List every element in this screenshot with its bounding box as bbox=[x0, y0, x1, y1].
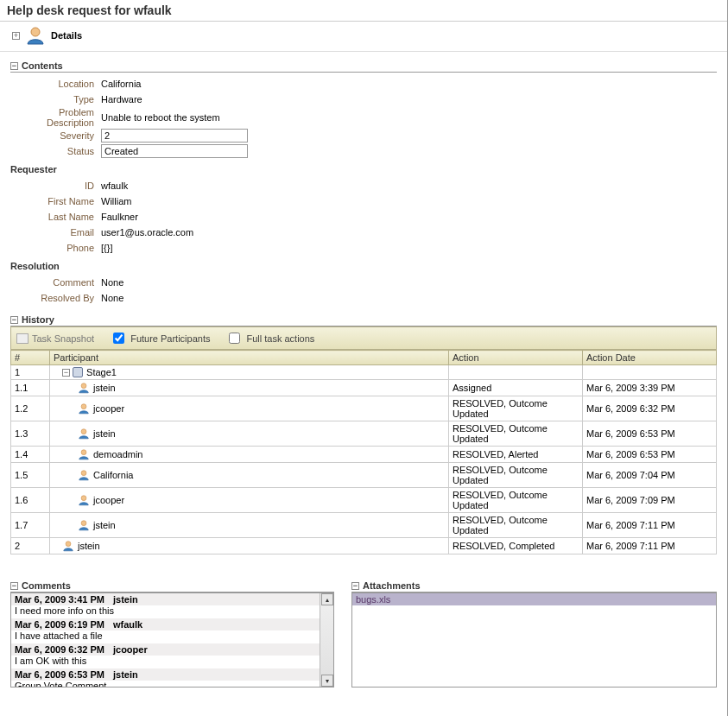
list-item[interactable]: Mar 6, 2009 6:19 PMwfaulkI have attached… bbox=[11, 618, 320, 643]
phone-value: [{}] bbox=[101, 243, 112, 253]
row-num: 1.7 bbox=[11, 513, 50, 538]
row-num: 1.2 bbox=[11, 396, 50, 421]
table-row[interactable]: 1.1jsteinAssignedMar 6, 2009 3:39 PM bbox=[11, 380, 717, 396]
participant-name: jstein bbox=[93, 383, 116, 393]
row-participant: jstein bbox=[50, 421, 449, 447]
list-item[interactable]: Mar 6, 2009 3:41 PMjsteinI need more inf… bbox=[11, 593, 320, 618]
comments-box: Mar 6, 2009 3:41 PMjsteinI need more inf… bbox=[10, 592, 334, 687]
resolvedby-label: Resolved By bbox=[10, 293, 101, 303]
severity-input[interactable] bbox=[101, 129, 248, 143]
row-date: Mar 6, 2009 7:11 PM bbox=[583, 538, 717, 554]
task-snapshot-button[interactable]: Task Snapshot bbox=[16, 333, 94, 344]
row-action bbox=[449, 365, 583, 380]
row-date: Mar 6, 2009 6:53 PM bbox=[583, 421, 717, 447]
user-icon bbox=[62, 540, 74, 552]
list-item[interactable]: Mar 6, 2009 6:53 PMjsteinGroup Vote Comm… bbox=[11, 668, 320, 687]
status-input[interactable] bbox=[101, 144, 248, 158]
row-num: 1.5 bbox=[11, 463, 50, 488]
type-value: Hardware bbox=[101, 94, 142, 105]
col-participant: Participant bbox=[50, 351, 449, 365]
collapse-icon[interactable]: − bbox=[10, 62, 18, 70]
row-action: Assigned bbox=[449, 380, 583, 396]
contents-header: − Contents bbox=[10, 60, 717, 73]
table-row[interactable]: 1.2jcooperRESOLVED, Outcome UpdatedMar 6… bbox=[11, 396, 717, 421]
comment-user: jstein bbox=[113, 594, 138, 605]
future-participants-label: Future Participants bbox=[130, 333, 210, 344]
id-value: wfaulk bbox=[101, 181, 128, 191]
collapse-icon[interactable]: − bbox=[10, 582, 18, 590]
col-action: Action bbox=[449, 351, 583, 365]
participant-name: demoadmin bbox=[93, 449, 142, 459]
row-participant: jstein bbox=[50, 380, 449, 396]
comment-text: I need more info on this bbox=[11, 605, 320, 618]
comment-text: I have attached a file bbox=[11, 630, 320, 643]
participant-name: jstein bbox=[93, 428, 116, 439]
svg-point-7 bbox=[81, 521, 86, 526]
table-row[interactable]: 2jsteinRESOLVED, CompletedMar 6, 2009 7:… bbox=[11, 538, 717, 554]
row-action: RESOLVED, Alerted bbox=[449, 447, 583, 463]
details-label: Details bbox=[51, 30, 82, 41]
comment-user: jcooper bbox=[113, 644, 148, 655]
comment-date: Mar 6, 2009 6:53 PM bbox=[15, 669, 104, 680]
scroll-down-icon[interactable]: ▾ bbox=[321, 675, 333, 687]
comments-label: Comments bbox=[22, 580, 71, 591]
history-header: − History bbox=[10, 314, 717, 326]
user-icon bbox=[25, 25, 46, 46]
list-item[interactable]: Mar 6, 2009 6:32 PMjcooperI am OK with t… bbox=[11, 643, 320, 668]
problem-desc-value: Unable to reboot the system bbox=[101, 112, 220, 123]
comments-header: − Comments bbox=[10, 580, 334, 592]
row-participant: California bbox=[50, 463, 449, 488]
svg-point-3 bbox=[81, 429, 86, 434]
user-icon bbox=[78, 448, 90, 460]
row-date: Mar 6, 2009 6:32 PM bbox=[583, 396, 717, 421]
scrollbar[interactable]: ▴ ▾ bbox=[320, 593, 333, 687]
svg-point-6 bbox=[81, 496, 86, 501]
table-row[interactable]: 1.5CaliforniaRESOLVED, Outcome UpdatedMa… bbox=[11, 463, 717, 488]
svg-point-8 bbox=[66, 542, 71, 547]
comment-date: Mar 6, 2009 3:41 PM bbox=[15, 594, 104, 605]
comment-date: Mar 6, 2009 6:19 PM bbox=[15, 619, 104, 630]
page-title: Help desk request for wfaulk bbox=[0, 2, 727, 22]
comment-text: I am OK with this bbox=[11, 656, 320, 668]
scroll-up-icon[interactable]: ▴ bbox=[321, 593, 333, 605]
row-num: 1.6 bbox=[11, 488, 50, 513]
full-task-actions-checkbox[interactable]: Full task actions bbox=[225, 330, 314, 346]
attachments-label: Attachments bbox=[363, 580, 421, 591]
collapse-icon[interactable]: − bbox=[62, 369, 70, 377]
future-participants-input[interactable] bbox=[113, 333, 124, 344]
attachment-item[interactable]: bugs.xls bbox=[352, 593, 716, 605]
row-action: RESOLVED, Outcome Updated bbox=[449, 396, 583, 421]
user-icon bbox=[78, 382, 90, 394]
table-row[interactable]: 1.4demoadminRESOLVED, AlertedMar 6, 2009… bbox=[11, 447, 717, 463]
row-date bbox=[583, 365, 717, 380]
attachments-box: bugs.xls bbox=[351, 592, 717, 687]
full-task-actions-label: Full task actions bbox=[246, 333, 314, 344]
row-action: RESOLVED, Outcome Updated bbox=[449, 513, 583, 538]
table-row[interactable]: 1.7jsteinRESOLVED, Outcome UpdatedMar 6,… bbox=[11, 513, 717, 538]
table-row[interactable]: 1.3jsteinRESOLVED, Outcome UpdatedMar 6,… bbox=[11, 421, 717, 447]
history-label: History bbox=[22, 314, 54, 325]
full-task-actions-input[interactable] bbox=[229, 333, 240, 344]
svg-point-1 bbox=[81, 383, 86, 389]
svg-point-5 bbox=[81, 471, 86, 476]
expand-icon[interactable]: + bbox=[12, 32, 20, 40]
collapse-icon[interactable]: − bbox=[351, 582, 359, 590]
resolvedby-value: None bbox=[101, 293, 123, 303]
lastname-value: Faulkner bbox=[101, 212, 138, 222]
problem-desc-label: Problem Description bbox=[10, 107, 101, 128]
future-participants-checkbox[interactable]: Future Participants bbox=[110, 330, 210, 346]
table-row[interactable]: 1− Stage1 bbox=[11, 365, 717, 380]
email-value: user1@us.oracle.com bbox=[101, 227, 193, 238]
user-icon bbox=[78, 402, 90, 415]
task-snapshot-label: Task Snapshot bbox=[32, 333, 94, 344]
collapse-icon[interactable]: − bbox=[10, 316, 18, 324]
firstname-label: First Name bbox=[10, 196, 101, 206]
svg-point-4 bbox=[81, 450, 86, 455]
table-row[interactable]: 1.6jcooperRESOLVED, Outcome UpdatedMar 6… bbox=[11, 488, 717, 513]
location-value: California bbox=[101, 79, 141, 89]
history-toolbar: Task Snapshot Future Participants Full t… bbox=[10, 326, 717, 350]
user-icon bbox=[78, 494, 90, 506]
participant-name: jstein bbox=[78, 541, 100, 551]
svg-point-0 bbox=[31, 28, 40, 36]
attachments-header: − Attachments bbox=[351, 580, 717, 592]
